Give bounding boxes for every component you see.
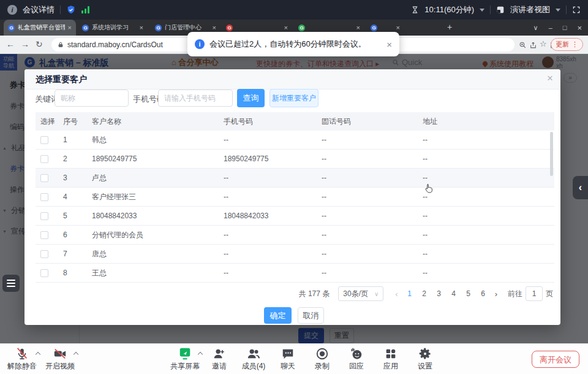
- row-checkbox[interactable]: [40, 174, 48, 182]
- toolbar-item-share-screen[interactable]: 共享屏幕: [170, 346, 200, 372]
- back-button[interactable]: ←: [6, 39, 15, 50]
- forward-button[interactable]: →: [21, 39, 29, 50]
- timer-dropdown-icon[interactable]: [480, 9, 484, 12]
- toolbar-item-unmute[interactable]: 解除静音: [6, 346, 38, 372]
- window-minimize-button[interactable]: –: [549, 24, 552, 31]
- phone-input[interactable]: [158, 90, 233, 107]
- unmute-icon[interactable]: [15, 346, 29, 361]
- apps-icon[interactable]: [384, 346, 398, 361]
- tab-close-icon[interactable]: ×: [356, 24, 360, 31]
- table-row[interactable]: 51804884203318048842033----: [36, 207, 554, 226]
- table-cell: 6: [58, 231, 87, 239]
- meeting-topbar: i 会议详情 10:11(60分钟) 演讲者视图: [0, 0, 588, 20]
- browser-tab[interactable]: G系统培训学习×: [78, 20, 148, 36]
- settings-icon[interactable]: [418, 346, 432, 361]
- toolbar-item-invite[interactable]: 邀请: [204, 346, 235, 372]
- tab-search-icon[interactable]: ∨: [533, 24, 538, 32]
- window-close-button[interactable]: ×: [577, 23, 582, 32]
- leave-meeting-button[interactable]: 离开会议: [532, 351, 579, 368]
- query-button[interactable]: 查询: [237, 89, 265, 107]
- table-row[interactable]: 1韩总------: [36, 131, 554, 150]
- confirm-button[interactable]: 确定: [264, 307, 292, 324]
- toolbar-item-start-video[interactable]: 开启视频: [44, 346, 76, 372]
- fullscreen-icon[interactable]: [572, 6, 581, 14]
- page-number[interactable]: 4: [447, 289, 461, 298]
- view-dropdown-icon[interactable]: [556, 9, 560, 12]
- zoom-icon[interactable]: [519, 40, 527, 52]
- meeting-details-label[interactable]: 会议详情: [23, 4, 55, 15]
- table-row[interactable]: 21895024977518950249775----: [36, 150, 554, 169]
- add-customer-button[interactable]: 新增重要客户: [270, 89, 318, 107]
- page-number[interactable]: 1: [403, 289, 417, 298]
- divider: [60, 6, 61, 14]
- start-video-icon[interactable]: [53, 346, 67, 361]
- toolbar-item-label: 设置: [418, 361, 432, 372]
- record-icon[interactable]: [315, 346, 329, 361]
- view-mode-label[interactable]: 演讲者视图: [510, 4, 550, 15]
- table-scrollbar[interactable]: [550, 132, 553, 176]
- modal-close-icon[interactable]: ×: [547, 72, 553, 85]
- row-checkbox[interactable]: [40, 250, 48, 258]
- table-cell: --: [418, 135, 554, 144]
- toolbar-item-chat[interactable]: 聊天: [273, 346, 303, 372]
- toolbar-item-apps[interactable]: 应用: [375, 346, 406, 372]
- row-checkbox[interactable]: [40, 269, 48, 277]
- row-checkbox[interactable]: [40, 136, 48, 144]
- favicon: G: [371, 25, 377, 31]
- cancel-button[interactable]: 取消: [298, 307, 324, 324]
- toolbar-item-record[interactable]: 录制: [307, 346, 337, 372]
- browser-update-button[interactable]: 更新⋮: [551, 38, 583, 51]
- new-tab-button[interactable]: +: [447, 22, 452, 32]
- members-icon[interactable]: [246, 346, 261, 361]
- share-icon[interactable]: [529, 40, 537, 52]
- expand-panel-tab[interactable]: ‹: [573, 176, 588, 199]
- toolbar-item-react[interactable]: 回应: [341, 346, 372, 372]
- chevron-up-icon[interactable]: [36, 352, 40, 357]
- toast-close-icon[interactable]: ×: [386, 39, 392, 50]
- table-cell: --: [418, 269, 554, 277]
- chat-icon[interactable]: [281, 346, 295, 361]
- tab-close-icon[interactable]: ×: [140, 24, 143, 31]
- toolbar-item-members[interactable]: 成员(4): [238, 346, 269, 372]
- goto-page-input[interactable]: [526, 286, 543, 301]
- row-checkbox[interactable]: [40, 231, 48, 239]
- reload-button[interactable]: ↻: [36, 39, 43, 50]
- page-number[interactable]: 2: [418, 289, 431, 298]
- row-checkbox[interactable]: [40, 212, 48, 220]
- tab-close-icon[interactable]: ×: [396, 24, 400, 31]
- tab-close-icon[interactable]: ×: [68, 24, 72, 31]
- security-shield-icon[interactable]: [66, 5, 76, 15]
- table-row[interactable]: 6分销代理的会员------: [36, 226, 554, 245]
- page-size-select[interactable]: 30条/页∨: [338, 286, 383, 301]
- react-icon[interactable]: [350, 346, 363, 361]
- keyword-input[interactable]: [55, 90, 129, 107]
- network-signal-icon[interactable]: [81, 6, 89, 13]
- row-checkbox[interactable]: [40, 193, 48, 201]
- window-maximize-button[interactable]: □: [563, 24, 567, 31]
- table-row[interactable]: 4客户经理张三------: [36, 188, 554, 207]
- table-row[interactable]: 3卢总------: [36, 169, 554, 188]
- column-header: 客户名称: [87, 116, 219, 127]
- invite-icon[interactable]: [213, 346, 226, 361]
- page-number[interactable]: 6: [477, 289, 490, 298]
- table-cell: --: [219, 231, 317, 239]
- tab-close-icon[interactable]: ×: [284, 24, 288, 31]
- page-number[interactable]: 3: [432, 289, 446, 298]
- prev-page-button[interactable]: ‹: [395, 289, 398, 299]
- next-page-button[interactable]: ›: [495, 289, 497, 299]
- chevron-up-icon[interactable]: [198, 352, 203, 357]
- row-checkbox[interactable]: [40, 155, 48, 163]
- bookmark-star-icon[interactable]: ☆: [540, 39, 547, 48]
- table-cell: --: [219, 193, 317, 201]
- page-number[interactable]: 5: [462, 289, 475, 298]
- table-row[interactable]: 7唐总------: [36, 245, 554, 264]
- share-screen-icon[interactable]: [178, 346, 192, 361]
- table-row[interactable]: 8王总------: [36, 264, 554, 283]
- meeting-list-button[interactable]: [2, 275, 20, 292]
- toolbar-item-settings[interactable]: 设置: [410, 346, 440, 372]
- meeting-info-icon[interactable]: i: [7, 5, 17, 15]
- table-cell: --: [219, 174, 317, 182]
- browser-tab[interactable]: G礼盒营销平台管理中心×: [4, 20, 76, 36]
- tab-close-icon[interactable]: ×: [213, 24, 216, 31]
- chevron-up-icon[interactable]: [74, 352, 78, 357]
